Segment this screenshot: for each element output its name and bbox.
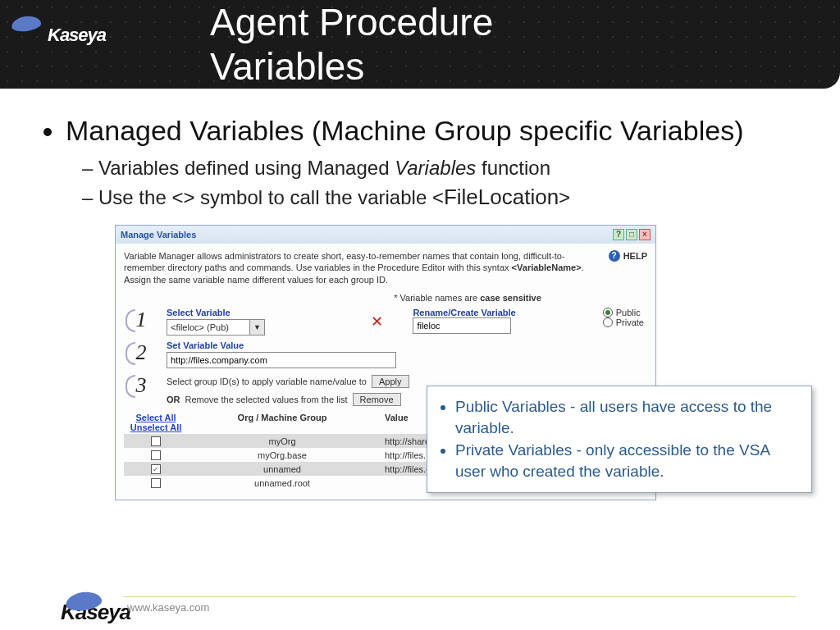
public-radio[interactable]: Public <box>603 308 644 317</box>
row-checkbox[interactable] <box>151 450 161 460</box>
header-logo: Kaseya <box>15 25 106 46</box>
case-sensitive-note: * Variable names are case sensitive <box>288 293 647 303</box>
help-icon[interactable]: ? <box>613 229 624 240</box>
question-icon: ? <box>609 250 620 262</box>
bullet-sub1: Variables defined using Managed Variable… <box>82 157 791 180</box>
dialog-title: Manage Variables <box>121 230 196 240</box>
apply-button[interactable]: Apply <box>372 375 409 388</box>
delete-x-icon[interactable]: ✕ <box>371 313 383 331</box>
bullet-sub2: Use the <> symbol to call the variable <… <box>82 185 791 210</box>
step-3-number: 3 <box>130 373 152 398</box>
bullet-main: Managed Variables (Machine Group specifi… <box>66 113 791 148</box>
rename-create-label: Rename/Create Variable <box>413 308 587 317</box>
radio-icon <box>603 308 613 317</box>
chevron-down-icon: ▼ <box>249 320 264 335</box>
close-icon[interactable]: × <box>639 229 651 240</box>
th-org: Org / Machine Group <box>188 413 377 432</box>
footer-logo: Kaseya <box>21 600 130 625</box>
unselect-all-link[interactable]: Unselect All <box>124 422 188 432</box>
maximize-icon[interactable]: □ <box>626 229 637 240</box>
slide-header: Kaseya Agent Procedure Variables <box>0 0 840 89</box>
apply-instruction: Select group ID(s) to apply variable nam… <box>167 377 367 386</box>
logo-text: Kaseya <box>48 25 106 46</box>
rename-input[interactable] <box>413 317 511 334</box>
dialog-titlebar: Manage Variables ? □ × <box>116 226 655 244</box>
help-link[interactable]: ? HELP <box>609 250 647 262</box>
footer-divider <box>123 596 796 597</box>
set-value-label: Set Variable Value <box>167 340 647 350</box>
variable-value-input[interactable] <box>167 352 396 368</box>
footer-url: www.kaseya.com <box>127 601 209 614</box>
callout-private: Private Variables - only accessible to t… <box>455 440 800 482</box>
row-checkbox[interactable] <box>151 478 161 488</box>
step-2-number: 2 <box>130 340 152 365</box>
select-variable-dropdown[interactable]: <fileloc> (Pub) ▼ <box>167 319 265 336</box>
callout-public: Public Variables - all users have access… <box>455 396 800 438</box>
step-1-number: 1 <box>130 308 152 332</box>
remove-instruction: Remove the selected values from the list <box>185 395 348 404</box>
variable-scope-callout: Public Variables - all users have access… <box>427 386 812 493</box>
dialog-description: Variable Manager allows administrators t… <box>124 250 600 287</box>
select-variable-label: Select Variable <box>167 308 341 317</box>
row-checkbox[interactable] <box>151 436 161 446</box>
remove-button[interactable]: Remove <box>353 393 401 406</box>
row-checkbox[interactable]: ✓ <box>151 464 161 474</box>
radio-icon <box>603 317 613 327</box>
select-all-link[interactable]: Select All <box>124 413 188 422</box>
private-radio[interactable]: Private <box>603 317 644 327</box>
slide-title: Agent Procedure Variables <box>210 0 630 89</box>
